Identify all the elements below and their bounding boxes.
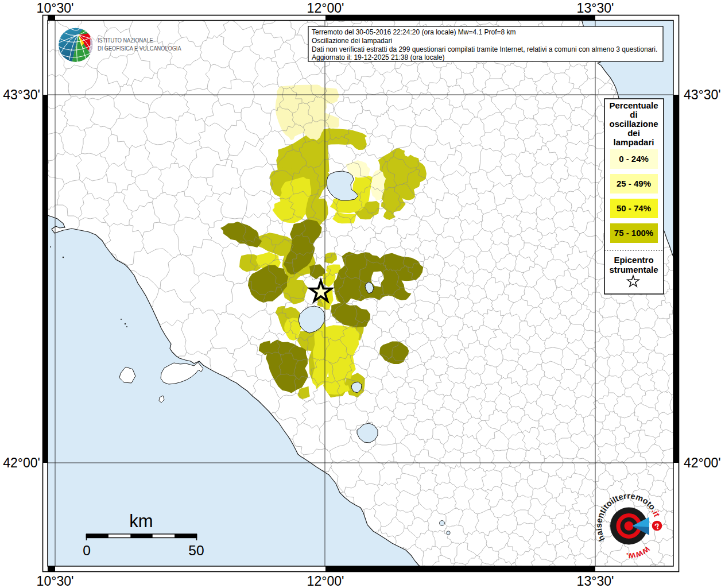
svg-text:dei: dei xyxy=(627,128,640,138)
svg-text:50: 50 xyxy=(188,543,204,558)
svg-text:lampadari: lampadari xyxy=(614,137,654,147)
svg-text:oscillazione: oscillazione xyxy=(609,119,658,129)
svg-text:12°00': 12°00' xyxy=(307,574,344,588)
svg-text:42°00': 42°00' xyxy=(3,455,40,470)
svg-text:50 - 74%: 50 - 74% xyxy=(617,203,651,213)
svg-text:Percentuale: Percentuale xyxy=(609,100,658,110)
svg-text:ISTITUTO NAZIONALE: ISTITUTO NAZIONALE xyxy=(98,37,153,44)
svg-text:13°30': 13°30' xyxy=(577,1,614,16)
svg-text:10°30': 10°30' xyxy=(37,574,74,588)
svg-text:Dati non verificati estratti d: Dati non verificati estratti da 299 ques… xyxy=(312,45,657,53)
svg-text:di: di xyxy=(630,110,637,119)
svg-text:25 - 49%: 25 - 49% xyxy=(617,179,651,188)
svg-text:strumentale: strumentale xyxy=(609,265,658,274)
svg-text:Terremoto del 30-05-2016 22:24: Terremoto del 30-05-2016 22:24:20 (ora l… xyxy=(312,28,516,36)
svg-text:0: 0 xyxy=(83,543,91,558)
svg-text:Epicentro: Epicentro xyxy=(614,255,653,265)
svg-text:km: km xyxy=(129,511,153,531)
svg-text:Oscillazione dei lampadari: Oscillazione dei lampadari xyxy=(312,37,392,45)
svg-text:12°00': 12°00' xyxy=(307,1,344,16)
svg-text:43°30': 43°30' xyxy=(684,87,721,102)
svg-text:10°30': 10°30' xyxy=(37,1,74,16)
svg-text:0 - 24%: 0 - 24% xyxy=(619,154,649,164)
svg-text:13°30': 13°30' xyxy=(577,574,614,588)
svg-text:Aggiornato il: 19-12-2025 21:3: Aggiornato il: 19-12-2025 21:38 (ora loc… xyxy=(312,53,444,61)
svg-text:DI GEOFISICA E VULCANOLOGIA: DI GEOFISICA E VULCANOLOGIA xyxy=(98,45,181,52)
svg-text:75 - 100%: 75 - 100% xyxy=(614,228,653,238)
svg-text:42°00': 42°00' xyxy=(684,455,721,470)
svg-text:43°30': 43°30' xyxy=(3,87,40,102)
